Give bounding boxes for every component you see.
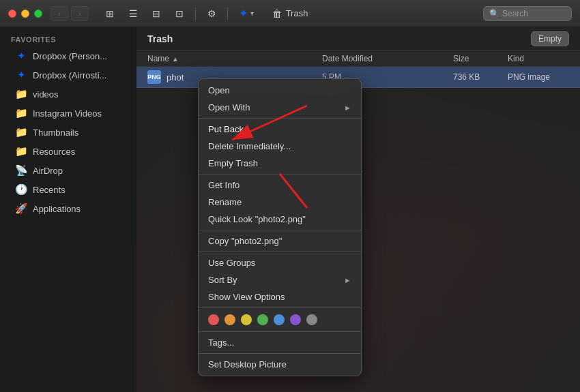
- color-red[interactable]: [208, 314, 219, 325]
- ctx-separator-1: [199, 118, 361, 119]
- ctx-colors-row: [199, 310, 361, 329]
- file-size: 736 KB: [453, 72, 508, 82]
- file-kind: PNG image: [508, 72, 569, 82]
- ctx-set-desktop[interactable]: Set Desktop Picture: [199, 356, 361, 373]
- file-header-bar: Trash Empty: [136, 27, 580, 51]
- ctx-delete-immediately[interactable]: Delete Immediately...: [199, 138, 361, 155]
- ctx-empty-trash[interactable]: Empty Trash: [199, 155, 361, 172]
- col-name-header[interactable]: Name ▲: [147, 54, 322, 63]
- ctx-tags-label: Tags...: [208, 337, 234, 348]
- png-icon: PNG: [147, 74, 161, 80]
- submenu-arrow-icon: ►: [344, 276, 351, 284]
- sidebar-item-label: Applications: [33, 204, 81, 214]
- ctx-show-view-options[interactable]: Show View Options: [199, 288, 361, 305]
- sidebar-item-airdrop[interactable]: 📡 AirDrop: [4, 161, 132, 180]
- forward-button[interactable]: ›: [71, 6, 89, 21]
- folder-icon: 📁: [15, 88, 27, 100]
- ctx-rename-label: Rename: [208, 197, 242, 207]
- folder-icon: 📁: [15, 145, 27, 157]
- ctx-set-desktop-label: Set Desktop Picture: [208, 359, 287, 370]
- ctx-show-view-options-label: Show View Options: [208, 292, 285, 302]
- gallery-view-btn[interactable]: ⊡: [169, 5, 190, 22]
- file-icon: PNG: [147, 70, 161, 84]
- sidebar-item-thumbnails[interactable]: 📁 Thumbnails: [4, 123, 132, 142]
- col-size-header[interactable]: Size: [453, 54, 508, 63]
- sidebar-item-label: Instagram Videos: [33, 108, 102, 119]
- ctx-copy[interactable]: Copy "photo2.png": [199, 232, 361, 250]
- dropbox-icon: ✦: [15, 50, 27, 62]
- color-yellow[interactable]: [241, 314, 252, 325]
- sidebar-item-recents[interactable]: 🕐 Recents: [4, 180, 132, 199]
- sidebar-item-label: Dropbox (Airrosti...: [33, 70, 106, 80]
- ctx-get-info-label: Get Info: [208, 180, 240, 190]
- view-options-btn[interactable]: ⚙: [201, 5, 222, 22]
- color-blue[interactable]: [274, 314, 285, 325]
- ctx-open-label: Open: [208, 85, 230, 95]
- ctx-quick-look[interactable]: Quick Look "photo2.png": [199, 211, 361, 228]
- empty-trash-button[interactable]: Empty: [531, 31, 569, 46]
- search-icon: 🔍: [489, 9, 499, 18]
- maximize-button[interactable]: [34, 10, 42, 18]
- sidebar-item-label: videos: [33, 89, 59, 100]
- ctx-rename[interactable]: Rename: [199, 194, 361, 211]
- ctx-put-back[interactable]: Put Back: [199, 121, 361, 138]
- color-purple[interactable]: [290, 314, 301, 325]
- name-label: Name: [147, 54, 169, 63]
- ctx-tags[interactable]: Tags...: [199, 334, 361, 351]
- ctx-get-info[interactable]: Get Info: [199, 177, 361, 194]
- ctx-sort-by[interactable]: Sort By ►: [199, 271, 361, 288]
- color-green[interactable]: [257, 314, 268, 325]
- apps-icon: 🚀: [15, 202, 27, 215]
- column-headers: Name ▲ Date Modified Size Kind: [136, 51, 580, 67]
- color-orange[interactable]: [224, 314, 235, 325]
- sidebar-item-dropbox-personal[interactable]: ✦ Dropbox (Person...: [4, 46, 132, 65]
- ctx-sort-by-label: Sort By: [208, 275, 237, 285]
- color-gray[interactable]: [306, 314, 317, 325]
- ctx-delete-immediately-label: Delete Immediately...: [208, 141, 291, 151]
- col-date-header[interactable]: Date Modified: [322, 54, 453, 63]
- column-view-btn[interactable]: ⊟: [146, 5, 166, 22]
- sidebar-item-label: Thumbnails: [33, 127, 78, 138]
- folder-icon: 📁: [15, 126, 27, 138]
- minimize-button[interactable]: [21, 10, 29, 18]
- ctx-use-groups[interactable]: Use Groups: [199, 254, 361, 271]
- dropbox-icon: ✦: [239, 7, 248, 20]
- trash-icon: 🗑: [272, 8, 282, 19]
- ctx-copy-label: Copy "photo2.png": [208, 236, 282, 246]
- folder-icon: 📁: [15, 107, 27, 119]
- sidebar-item-dropbox-airrostis[interactable]: ✦ Dropbox (Airrosti...: [4, 65, 132, 85]
- ctx-open[interactable]: Open: [199, 82, 361, 99]
- sidebar-item-resources[interactable]: 📁 Resources: [4, 142, 132, 161]
- airdrop-icon: 📡: [15, 164, 27, 177]
- submenu-arrow-icon: ►: [344, 104, 351, 112]
- search-bar[interactable]: 🔍 Search: [483, 6, 572, 21]
- back-button[interactable]: ‹: [50, 6, 68, 21]
- sidebar-item-label: Dropbox (Person...: [33, 51, 107, 61]
- search-placeholder: Search: [502, 9, 528, 18]
- ctx-quick-look-label: Quick Look "photo2.png": [208, 214, 306, 224]
- sidebar-item-label: Resources: [33, 147, 75, 157]
- sidebar-item-applications[interactable]: 🚀 Applications: [4, 199, 132, 218]
- separator1: [195, 7, 196, 20]
- title-bar: ‹ › ⊞ ☰ ⊟ ⊡ ⚙ ✦ ▾ 🗑 Trash 🔍 Search: [0, 0, 580, 27]
- dropbox-icon: ✦: [15, 69, 27, 81]
- ctx-open-with[interactable]: Open With ►: [199, 99, 361, 116]
- file-area-title: Trash: [147, 33, 173, 44]
- grid-view-btn[interactable]: ⊞: [100, 5, 120, 22]
- list-view-btn[interactable]: ☰: [123, 5, 143, 22]
- context-menu: Open Open With ► Put Back Delete Immedia…: [198, 78, 362, 376]
- sidebar-item-instagram-videos[interactable]: 📁 Instagram Videos: [4, 104, 132, 123]
- col-kind-header[interactable]: Kind: [508, 54, 569, 63]
- dropbox-btn[interactable]: ✦ ▾: [239, 7, 254, 20]
- ctx-separator-4: [199, 252, 361, 252]
- close-button[interactable]: [8, 10, 16, 18]
- file-name: phot: [166, 72, 184, 82]
- ctx-put-back-label: Put Back: [208, 124, 244, 134]
- sidebar: Favorites ✦ Dropbox (Person... ✦ Dropbox…: [0, 27, 136, 392]
- sidebar-item-videos[interactable]: 📁 videos: [4, 85, 132, 104]
- window-controls: [8, 10, 42, 18]
- ctx-separator-5: [199, 307, 361, 308]
- ctx-empty-trash-label: Empty Trash: [208, 158, 258, 168]
- ctx-separator-3: [199, 230, 361, 230]
- ctx-separator-6: [199, 331, 361, 332]
